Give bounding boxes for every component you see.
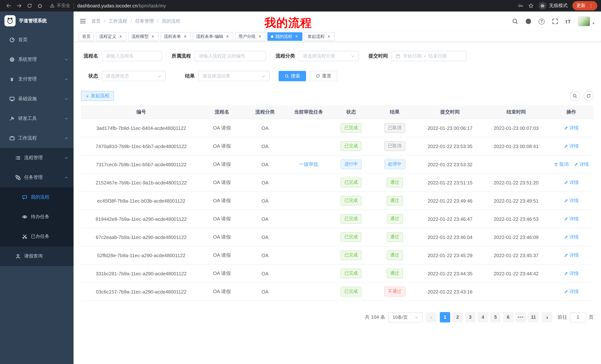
- url-text[interactable]: dashboard.yudao.iocoder.cn/bpm/task/my: [77, 3, 166, 8]
- detail-action[interactable]: 详情: [564, 216, 579, 222]
- update-button[interactable]: 更新 ⋮: [572, 1, 597, 10]
- pager-more-icon[interactable]: •••: [516, 312, 526, 322]
- prev-page-button[interactable]: ‹: [426, 312, 436, 322]
- row-end-time: 2022-01-22 23:46:09: [483, 228, 549, 246]
- sidebar-item-leave-query[interactable]: 请假查询: [0, 246, 74, 266]
- user-menu[interactable]: ▼: [578, 16, 595, 26]
- key-icon[interactable]: [518, 3, 523, 9]
- app-logo[interactable]: 芋道管理系统: [0, 11, 74, 30]
- edit-icon: [564, 144, 568, 148]
- detail-action[interactable]: 详情: [564, 288, 579, 295]
- close-icon[interactable]: ×: [294, 34, 299, 39]
- detail-action[interactable]: 详情: [564, 179, 579, 186]
- close-icon[interactable]: ×: [118, 34, 123, 39]
- task-icon: [15, 175, 21, 181]
- sidebar-item-process-management[interactable]: 流程管理: [0, 148, 74, 168]
- close-icon[interactable]: ×: [183, 34, 188, 39]
- address-bar[interactable]: 不安全 dashboard.yudao.iocoder.cn/bpm/task/…: [50, 3, 166, 9]
- fullscreen-icon[interactable]: [551, 17, 559, 26]
- detail-action[interactable]: 详情: [564, 125, 579, 131]
- search-icon[interactable]: [511, 17, 519, 26]
- sidebar-item-workflow[interactable]: 工作流程: [0, 128, 74, 148]
- result-select[interactable]: 请选择流结果: [198, 71, 270, 81]
- hamburger-icon[interactable]: [80, 18, 86, 25]
- page-button-6[interactable]: 6: [503, 312, 513, 322]
- sidebar-item-todo-tasks[interactable]: 待办任务: [0, 207, 74, 227]
- page-button-1[interactable]: 1: [440, 312, 450, 322]
- detail-action[interactable]: 详情: [574, 161, 589, 168]
- close-icon[interactable]: ×: [257, 34, 262, 39]
- github-icon[interactable]: [524, 17, 532, 26]
- page-size-select[interactable]: 10条/页: [389, 312, 423, 322]
- detail-action[interactable]: 详情: [564, 270, 579, 277]
- close-icon[interactable]: ×: [225, 34, 230, 39]
- detail-action[interactable]: 详情: [564, 234, 579, 240]
- sidebar-item-payment[interactable]: ¥支付管理: [0, 69, 74, 89]
- home-icon[interactable]: [35, 1, 45, 10]
- bookmark-star-icon[interactable]: [528, 3, 534, 9]
- search-button[interactable]: 搜索: [279, 71, 306, 81]
- menu-dots-icon[interactable]: ⋮: [589, 3, 593, 8]
- start-process-button[interactable]: + 发起流程: [81, 91, 114, 101]
- breadcrumb-item[interactable]: 我的流程: [162, 18, 180, 24]
- close-icon[interactable]: ×: [327, 34, 331, 39]
- breadcrumb-separator: /: [130, 19, 132, 24]
- detail-action[interactable]: 详情: [564, 143, 579, 149]
- table-search-icon[interactable]: [570, 91, 580, 101]
- page-button-3[interactable]: 3: [465, 312, 475, 322]
- avatar[interactable]: [578, 16, 590, 26]
- page-button-4[interactable]: 4: [478, 312, 488, 322]
- sidebar-item-system[interactable]: 系统管理: [0, 50, 74, 69]
- goto-page-input[interactable]: 1: [570, 312, 586, 322]
- help-icon[interactable]: ?: [538, 17, 545, 26]
- tab-process-form-edit[interactable]: 流程表单-编辑×: [193, 32, 233, 41]
- breadcrumb-item[interactable]: 工作流程: [109, 18, 127, 24]
- reset-button[interactable]: 重置: [310, 71, 337, 81]
- current-task-link[interactable]: 一级审批: [299, 161, 318, 168]
- next-page-button[interactable]: ›: [542, 312, 552, 322]
- page-button-11[interactable]: 11: [528, 312, 539, 322]
- process-definition-input[interactable]: 请输入流程定义的编号: [195, 51, 266, 61]
- sidebar-item-label: 待办任务: [31, 214, 50, 220]
- tab-process-form[interactable]: 流程表单×: [160, 32, 191, 41]
- close-icon[interactable]: ×: [150, 34, 155, 39]
- sidebar-item-infrastructure[interactable]: 基础设施: [0, 89, 74, 109]
- tab-my-process[interactable]: 我的流程×: [267, 32, 302, 41]
- page-button-2[interactable]: 2: [452, 312, 463, 322]
- process-name-input[interactable]: 请输入流程名: [102, 51, 162, 61]
- breadcrumb-item[interactable]: 任务管理: [135, 18, 154, 24]
- row-current-task: [288, 265, 330, 282]
- action-label: 详情: [570, 143, 579, 149]
- row-current-task: [288, 192, 330, 210]
- page-button-5[interactable]: 5: [490, 312, 501, 322]
- status-badge: 通过: [387, 251, 403, 260]
- tab-user-group[interactable]: 用户分组×: [235, 32, 266, 41]
- tab-process-definition[interactable]: 流程定义×: [96, 32, 126, 41]
- status-select[interactable]: 请选择状态: [102, 71, 166, 81]
- back-icon[interactable]: [4, 1, 13, 10]
- detail-action[interactable]: 详情: [564, 252, 579, 259]
- reload-icon[interactable]: [25, 1, 34, 10]
- process-category-select[interactable]: 请选择流程分类: [299, 51, 359, 61]
- tab-start-process[interactable]: 发起流程×: [304, 32, 335, 41]
- row-actions: 详情: [549, 228, 594, 246]
- edit-icon: [564, 271, 568, 276]
- detail-action[interactable]: 详情: [564, 198, 579, 204]
- breadcrumb-item[interactable]: 首页: [91, 18, 101, 24]
- tab-home[interactable]: 首页: [79, 32, 94, 41]
- table-header: 编号流程名流程分类当前审批任务状态结果提交时间结束时间操作: [81, 105, 594, 119]
- sidebar-item-home[interactable]: 首页: [0, 30, 74, 50]
- date-range-picker[interactable]: 开始日期 - 结束日期: [391, 51, 467, 61]
- sidebar-item-devtools[interactable]: 研发工具: [0, 109, 74, 128]
- security-chip[interactable]: 不安全: [50, 3, 70, 9]
- sidebar-item-done-tasks[interactable]: 已办任务: [0, 227, 74, 246]
- cancel-action[interactable]: 取消: [554, 161, 569, 168]
- font-size-icon[interactable]: tT: [565, 17, 572, 26]
- table-refresh-icon[interactable]: [583, 91, 594, 101]
- sidebar-item-task-management[interactable]: 任务管理: [0, 168, 74, 187]
- tab-process-model[interactable]: 流程模型×: [128, 32, 159, 41]
- sidebar-item-my-process[interactable]: 我的流程: [0, 187, 74, 207]
- status-badge: 不通过: [384, 287, 405, 296]
- action-label: 详情: [570, 179, 579, 186]
- forward-icon[interactable]: [14, 1, 24, 10]
